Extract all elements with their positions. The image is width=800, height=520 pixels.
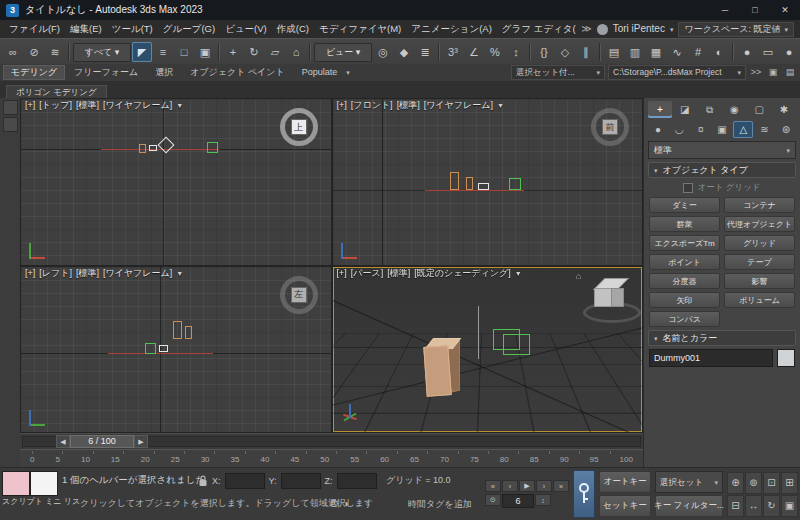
use-pivot-center-icon[interactable]: ◎ — [373, 42, 393, 62]
align-icon[interactable]: ∥ — [576, 42, 596, 62]
select-and-scale-icon[interactable]: ▱ — [265, 42, 285, 62]
selected-object-wireframe[interactable] — [478, 183, 489, 190]
toolbar-overflow-icon[interactable]: >> — [749, 66, 763, 80]
menu-graph-editors[interactable]: グラフ エディタ(D) — [497, 24, 576, 34]
go-to-end-button[interactable]: » — [553, 480, 569, 492]
set-key-button[interactable]: セットキー — [599, 495, 651, 517]
box-object-wireframe[interactable] — [466, 177, 473, 190]
viewport-pov-menu[interactable]: [レフト] — [39, 269, 72, 278]
autogrid-checkbox[interactable] — [683, 183, 693, 193]
box-object-wireframe[interactable] — [173, 321, 182, 339]
snap-toggle-icon[interactable]: 3³ — [443, 42, 463, 62]
viewcube-side-face[interactable] — [611, 288, 624, 307]
viewport-filter-icon[interactable]: ▼ — [176, 102, 183, 110]
frame-spinner[interactable]: ↕ — [535, 494, 551, 506]
crowd-button[interactable]: 群衆 — [649, 216, 720, 232]
menu-group[interactable]: グループ(G) — [158, 24, 220, 34]
viewport-top[interactable]: [+] [トップ] [標準] [ワイヤフレーム] ▼ 上 — [21, 99, 331, 265]
render-production-icon[interactable]: ● — [779, 42, 799, 62]
viewport-pov-menu[interactable]: [パース] — [351, 269, 383, 278]
ribbon-tab-freeform[interactable]: フリーフォーム — [66, 65, 146, 80]
zoom-extents-all-icon[interactable]: ⊞ — [781, 472, 798, 494]
lights-category-icon[interactable]: ¤ — [691, 121, 711, 138]
selection-lock-icon[interactable] — [198, 475, 208, 487]
menu-modifiers[interactable]: モディファイヤ(M) — [314, 24, 406, 34]
arrow-button[interactable]: 矢印 — [649, 292, 720, 308]
display-tab-icon[interactable]: ▢ — [747, 101, 771, 118]
exposetm-button[interactable]: エクスポーズTm — [649, 235, 720, 251]
viewport-perspective[interactable]: [+] [パース] [標準] [既定のシェーディング] ▼ ⌂ — [333, 267, 643, 433]
viewcube[interactable]: 前 — [590, 107, 630, 147]
viewcube-face[interactable]: 前 — [602, 119, 618, 135]
selection-region-icon[interactable]: □ — [174, 42, 194, 62]
dummy-object-wireframe[interactable] — [509, 178, 521, 190]
viewport-pov-menu[interactable]: [トップ] — [39, 101, 72, 110]
material-editor-icon[interactable]: ◐ — [709, 42, 729, 62]
influence-button[interactable]: 影響 — [724, 273, 795, 289]
viewcube[interactable]: ⌂ — [590, 275, 630, 315]
minimize-button[interactable]: ─ — [710, 0, 740, 20]
menu-animation[interactable]: アニメーション(A) — [406, 24, 497, 34]
point-button[interactable]: ポイント — [649, 254, 720, 270]
menu-edit[interactable]: 編集(E) — [65, 24, 107, 34]
systems-category-icon[interactable]: ⊛ — [776, 121, 796, 138]
viewport-style-menu[interactable]: [標準] — [397, 101, 420, 110]
object-color-swatch[interactable] — [777, 349, 795, 367]
menu-views[interactable]: ビュー(V) — [220, 24, 272, 34]
viewport-general-menu[interactable]: [+] — [25, 269, 35, 278]
animation-selection-set-dropdown[interactable]: 選択セット ▾ — [655, 471, 723, 493]
time-slider-prev-button[interactable]: ◀ — [56, 435, 70, 448]
tape-button[interactable]: テープ — [724, 254, 795, 270]
bind-to-space-warp-icon[interactable]: ≋ — [45, 42, 65, 62]
angle-snap-icon[interactable]: ∠ — [464, 42, 484, 62]
protractor-button[interactable]: 分度器 — [649, 273, 720, 289]
viewport-filter-icon[interactable]: ▼ — [497, 102, 504, 110]
scene-explorer-toggle-icon[interactable]: ▣ — [766, 66, 780, 80]
viewport-front[interactable]: [+] [フロント] [標準] [ワイヤフレーム] ▼ 前 — [333, 99, 643, 265]
time-slider-handle[interactable]: 6 / 100 — [70, 435, 134, 448]
x-coordinate-field[interactable] — [225, 473, 265, 489]
viewport-layout-tab[interactable] — [3, 117, 18, 132]
project-folder-dropdown[interactable]: C:\Storage\P...dsMax Project ▾ — [608, 65, 746, 80]
next-frame-button[interactable]: › — [536, 480, 552, 492]
box-object-wireframe[interactable] — [450, 172, 459, 190]
viewport-shading-menu[interactable]: [ワイヤフレーム] — [103, 101, 172, 110]
space-warps-category-icon[interactable]: ≋ — [754, 121, 774, 138]
geometry-category-icon[interactable]: ● — [648, 121, 668, 138]
add-time-tag-button[interactable]: 時間タグを追加 — [408, 500, 472, 509]
curve-editor-icon[interactable]: ∿ — [667, 42, 687, 62]
viewport-shading-menu[interactable]: [ワイヤフレーム] — [424, 101, 493, 110]
set-key-big-button[interactable] — [573, 470, 595, 518]
render-setup-icon[interactable]: ● — [737, 42, 757, 62]
unlink-selection-icon[interactable]: ⊘ — [24, 42, 44, 62]
command-panel-toggle-icon[interactable]: ▤ — [783, 66, 797, 80]
viewport-shading-menu[interactable]: [ワイヤフレーム] — [103, 269, 172, 278]
reference-coordinate-dropdown[interactable]: ビュー ▾ — [314, 43, 372, 62]
schematic-view-icon[interactable]: # — [688, 42, 708, 62]
container-button[interactable]: コンテナ — [724, 197, 795, 213]
z-coordinate-field[interactable] — [337, 473, 377, 489]
ribbon-tab-selection[interactable]: 選択 — [147, 65, 181, 80]
menu-create[interactable]: 作成(C) — [272, 24, 314, 34]
edit-named-selections-icon[interactable]: {} — [534, 42, 554, 62]
isolate-selection-icon[interactable]: ⊙ — [330, 499, 338, 509]
time-slider[interactable]: ◀ 6 / 100 ▶ — [20, 433, 643, 449]
zoom-icon[interactable]: ⊕ — [727, 472, 744, 494]
ribbon-toggle-icon[interactable]: ▦ — [646, 42, 666, 62]
create-tab-icon[interactable]: + — [648, 101, 672, 118]
utilities-tab-icon[interactable]: ✱ — [772, 101, 796, 118]
menu-tools[interactable]: ツール(T) — [107, 24, 158, 34]
play-button[interactable]: ▶ — [519, 480, 535, 492]
viewport-left[interactable]: [+] [レフト] [標準] [ワイヤフレーム] ▼ 左 — [21, 267, 331, 433]
viewcube[interactable]: 左 — [279, 275, 319, 315]
object-type-rollout[interactable]: ▾ オブジェクト タイプ — [648, 162, 796, 178]
viewcube-face[interactable]: 上 — [291, 119, 307, 135]
script-listener-box[interactable] — [30, 471, 58, 496]
ribbon-minimize-icon[interactable]: ▾ — [346, 69, 350, 76]
dummy-object-wireframe[interactable] — [207, 142, 218, 153]
viewport-style-menu[interactable]: [標準] — [76, 269, 99, 278]
selected-object-wireframe[interactable] — [159, 345, 168, 352]
orbit-icon[interactable]: ↻ — [763, 495, 780, 517]
dummy-object-wireframe[interactable] — [503, 334, 530, 355]
keyboard-override-icon[interactable]: ≣ — [415, 42, 435, 62]
